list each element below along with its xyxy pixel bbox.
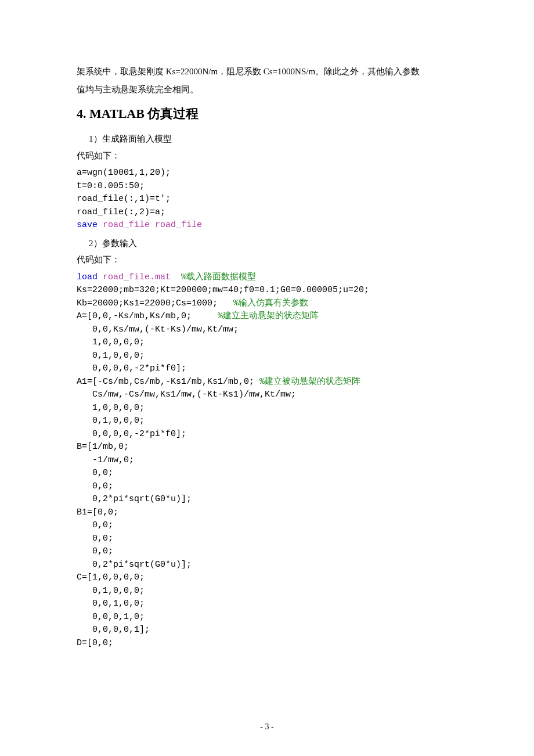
code2-l1-comment: %载入路面数据模型 (181, 272, 256, 282)
code2-l24: C=[1,0,0,0,0; (77, 573, 145, 582)
code1-l4: road_file(:,2)=a; (77, 207, 165, 217)
page-content: 架系统中，取悬架刚度 Ks=22000N/m，阻尼系数 Cs=1000NS/m。… (0, 0, 534, 650)
code1-l1: a=wgn(10001,1,20); (77, 168, 171, 178)
code2-l9a: A1=[-Cs/mb,Cs/mb,-Ks1/mb,Ks1/mb,0; (77, 377, 254, 387)
code2-l4-comment: %建立主动悬架的状态矩阵 (218, 311, 319, 321)
code2-l28: 0,0,0,0,1]; (77, 625, 150, 635)
code2-l15: -1/mw,0; (77, 455, 134, 465)
code-label-2: 代码如下： (77, 253, 457, 267)
code2-l16: 0,0; (77, 468, 113, 478)
code2-l27: 0,0,0,1,0; (77, 612, 145, 622)
code2-l20: 0,0; (77, 520, 113, 530)
code1-l5-keyword: save (77, 220, 98, 230)
code2-l9-comment: %建立被动悬架的状态矩阵 (259, 377, 360, 387)
code2-l3-comment: %输入仿真有关参数 (233, 298, 308, 308)
code2-l17: 0,0; (77, 481, 113, 491)
code2-l11: 1,0,0,0,0; (77, 403, 145, 413)
code1-l3: road_file(:,1)=t'; (77, 194, 171, 204)
code2-l22: 0,0; (77, 546, 113, 556)
code2-l26: 0,0,1,0,0; (77, 599, 145, 609)
code1-l5-args: road_file road_file (103, 220, 202, 230)
code2-l3a: Kb=20000;Ks1=22000;Cs=1000; (77, 298, 218, 308)
code2-l4a: A=[0,0,-Ks/mb,Ks/mb,0; (77, 311, 192, 321)
page-number: - 3 - (0, 722, 534, 732)
code2-l12: 0,1,0,0,0; (77, 416, 145, 426)
code2-l6: 1,0,0,0,0; (77, 337, 145, 347)
section-heading: 4. MATLAB 仿真过程 (77, 104, 457, 123)
code2-l21: 0,0; (77, 534, 113, 543)
code2-l14: B=[1/mb,0; (77, 442, 129, 452)
code2-l13: 0,0,0,0,-2*pi*f0]; (77, 429, 186, 439)
code-block-2: load road_file.mat %载入路面数据模型 Ks=22000;mb… (77, 271, 457, 650)
code-block-1: a=wgn(10001,1,20); t=0:0.005:50; road_fi… (77, 167, 457, 232)
code2-l8: 0,0,0,0,-2*pi*f0]; (77, 363, 186, 373)
code2-l7: 0,1,0,0,0; (77, 351, 145, 361)
code2-l19: B1=[0,0; (77, 507, 118, 517)
code2-l29: D=[0,0; (77, 638, 113, 648)
step-1-label: 1）生成路面输入模型 (77, 132, 457, 146)
intro-line-1: 架系统中，取悬架刚度 Ks=22000N/m，阻尼系数 Cs=1000NS/m。… (77, 65, 457, 78)
code2-l23: 0,2*pi*sqrt(G0*u)]; (77, 560, 192, 570)
code2-l5: 0,0,Ks/mw,(-Kt-Ks)/mw,Kt/mw; (77, 325, 239, 334)
code2-l10: Cs/mw,-Cs/mw,Ks1/mw,(-Kt-Ks1)/mw,Kt/mw; (77, 390, 296, 399)
code2-l2: Ks=22000;mb=320;Kt=200000;mw=40;f0=0.1;G… (77, 285, 369, 295)
code2-l18: 0,2*pi*sqrt(G0*u)]; (77, 494, 192, 504)
step-2-label: 2）参数输入 (77, 237, 457, 250)
code2-l1-arg: road_file.mat (103, 272, 171, 282)
code2-l25: 0,1,0,0,0; (77, 586, 145, 596)
code1-l2: t=0:0.005:50; (77, 181, 145, 191)
intro-line-2: 值均与主动悬架系统完全相同。 (77, 83, 457, 96)
code-label-1: 代码如下： (77, 149, 457, 163)
code2-l1-keyword: load (77, 272, 98, 282)
